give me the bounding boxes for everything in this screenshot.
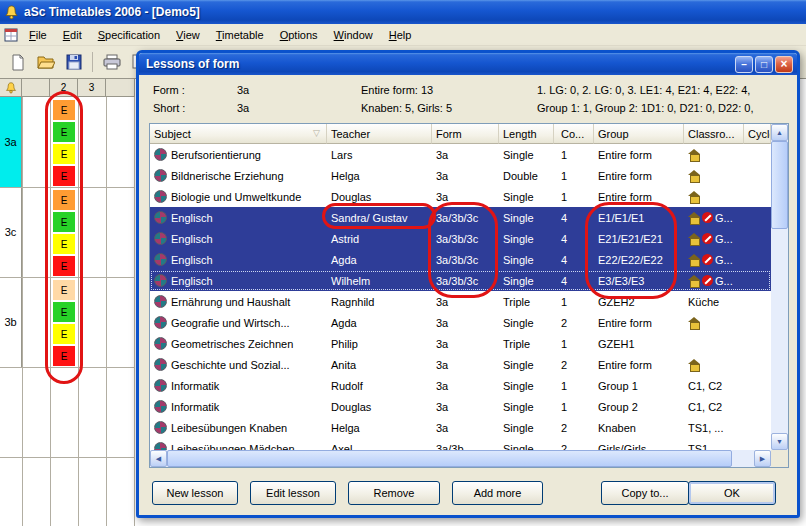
open-folder-button[interactable] xyxy=(33,50,58,75)
horizontal-scrollbar[interactable]: ◀ ▶ xyxy=(150,450,771,467)
lesson-icon xyxy=(154,253,167,266)
save-button[interactable] xyxy=(61,50,86,75)
lesson-icon xyxy=(154,274,167,287)
column-header-teacher[interactable]: Teacher xyxy=(327,124,432,144)
lesson-rows: Berufsorientierung Lars 3a Single 1 Enti… xyxy=(150,144,771,450)
table-row[interactable]: Geografie und Wirtsch... Agda 3a Single … xyxy=(150,312,771,333)
menu-help[interactable]: Help xyxy=(381,26,420,44)
close-button[interactable]: × xyxy=(775,56,793,73)
horizontal-scroll-thumb[interactable] xyxy=(167,450,732,467)
menu-edit[interactable]: Edit xyxy=(55,26,90,44)
grid-period-header-2: 2 xyxy=(50,79,78,97)
form-row-label-3c[interactable]: 3c xyxy=(0,187,22,277)
main-titlebar: aSc Timetables 2006 - [Demo5] xyxy=(0,0,806,24)
lesson-card[interactable]: E xyxy=(53,346,75,366)
new-lesson-button[interactable]: New lesson xyxy=(152,481,238,505)
lesson-icon xyxy=(154,442,167,450)
menu-file[interactable]: File xyxy=(21,26,55,44)
entire-form-count: Entire form: 13 xyxy=(361,84,433,96)
lesson-card[interactable]: E xyxy=(53,100,75,120)
menu-timetable[interactable]: Timetable xyxy=(208,26,272,44)
table-row[interactable]: Berufsorientierung Lars 3a Single 1 Enti… xyxy=(150,144,771,165)
lesson-card[interactable]: E xyxy=(53,256,75,276)
home-classroom-icon xyxy=(688,170,700,181)
mdi-child-icon[interactable] xyxy=(4,28,18,42)
edit-lesson-button[interactable]: Edit lesson xyxy=(250,481,336,505)
scroll-down-button[interactable]: ▼ xyxy=(771,433,788,450)
table-row-selected-focused[interactable]: Englisch Wilhelm 3a/3b/3c Single 4 E3/E3… xyxy=(150,270,771,291)
form-row-label-3b[interactable]: 3b xyxy=(0,277,22,367)
grid-line xyxy=(50,97,51,526)
home-classroom-icon xyxy=(688,233,700,244)
lesson-icon xyxy=(154,169,167,182)
scroll-down-icon: ▼ xyxy=(776,438,783,445)
table-row-selected[interactable]: Englisch Sandra/ Gustav 3a/3b/3c Single … xyxy=(150,207,771,228)
lesson-card[interactable]: E xyxy=(53,302,75,322)
lesson-card[interactable]: E xyxy=(53,190,75,210)
home-classroom-icon xyxy=(688,275,700,286)
table-header: Subject▽ Teacher Form Length Co... Group… xyxy=(150,124,771,144)
maximize-button[interactable]: □ xyxy=(755,56,773,73)
lesson-card[interactable]: E xyxy=(53,212,75,232)
table-row[interactable]: Biologie und Umweltkunde Douglas 3a Sing… xyxy=(150,186,771,207)
print-button[interactable] xyxy=(99,50,124,75)
lesson-card[interactable]: E xyxy=(53,234,75,254)
table-row[interactable]: Informatik Douglas 3a Single 1 Group 2 C… xyxy=(150,396,771,417)
scrollbar-corner xyxy=(771,450,788,467)
toolbar-separator xyxy=(92,52,93,72)
menu-options[interactable]: Options xyxy=(272,26,326,44)
remove-button[interactable]: Remove xyxy=(348,481,440,505)
column-header-form[interactable]: Form xyxy=(432,124,499,144)
grid-corner-cell xyxy=(0,79,22,97)
grid-line xyxy=(22,97,23,526)
scroll-up-button[interactable]: ▲ xyxy=(771,124,788,141)
groups-summary-line1: 1. LG: 0, 2. LG: 0, 3. LE1: 4, E21: 4, E… xyxy=(537,84,750,96)
grid-line xyxy=(106,97,107,526)
app-bell-icon xyxy=(4,5,19,20)
scroll-right-button[interactable]: ▶ xyxy=(754,450,771,467)
column-header-subject[interactable]: Subject▽ xyxy=(150,124,327,144)
menu-view[interactable]: View xyxy=(168,26,208,44)
scroll-left-button[interactable]: ◀ xyxy=(150,450,167,467)
ok-button[interactable]: OK xyxy=(688,481,776,505)
table-row[interactable]: Geschichte und Sozial... Anita 3a Single… xyxy=(150,354,771,375)
lesson-icon xyxy=(154,337,167,350)
lesson-card[interactable]: E xyxy=(53,122,75,142)
app-window: aSc Timetables 2006 - [Demo5] File Edit … xyxy=(0,0,806,526)
forbidden-classroom-icon xyxy=(702,275,713,286)
form-row-label-3a[interactable]: 3a xyxy=(0,97,22,187)
grid-period-header-4 xyxy=(106,79,135,97)
table-row[interactable]: Bildnerische Erziehung Helga 3a Double 1… xyxy=(150,165,771,186)
vertical-scroll-thumb[interactable] xyxy=(771,141,788,229)
lesson-card[interactable]: E xyxy=(53,280,75,300)
lesson-icon xyxy=(154,148,167,161)
menu-specification[interactable]: Specification xyxy=(90,26,168,44)
grid-period-header-3: 3 xyxy=(78,79,106,97)
new-document-button[interactable] xyxy=(5,50,30,75)
lesson-card[interactable]: E xyxy=(53,324,75,344)
lesson-card[interactable]: E xyxy=(53,144,75,164)
scroll-right-icon: ▶ xyxy=(760,455,765,463)
table-row[interactable]: Geometrisches Zeichnen Philip 3a Triple … xyxy=(150,333,771,354)
minimize-button[interactable]: – xyxy=(735,56,753,73)
lesson-card[interactable]: E xyxy=(53,166,75,186)
table-row-selected[interactable]: Englisch Astrid 3a/3b/3c Single 4 E21/E2… xyxy=(150,228,771,249)
column-header-cycle[interactable]: Cycle xyxy=(744,124,771,144)
short-value: 3a xyxy=(237,102,249,114)
column-header-count[interactable]: Co... xyxy=(554,124,594,144)
vertical-scrollbar[interactable]: ▲ ▼ xyxy=(771,124,788,450)
copy-to-button[interactable]: Copy to... xyxy=(601,481,689,505)
table-row[interactable]: Leibesübungen Knaben Helga 3a Single 2 K… xyxy=(150,417,771,438)
column-header-group[interactable]: Group xyxy=(594,124,684,144)
column-header-classroom[interactable]: Classro... xyxy=(684,124,744,144)
open-folder-icon xyxy=(37,54,55,70)
table-row[interactable]: Leibesübungen Mädchen Axel 3a/3b Single … xyxy=(150,438,771,450)
grid-line xyxy=(0,277,135,278)
table-row[interactable]: Ernährung und Haushalt Ragnhild 3a Tripl… xyxy=(150,291,771,312)
table-row[interactable]: Informatik Rudolf 3a Single 1 Group 1 C1… xyxy=(150,375,771,396)
menu-window[interactable]: Window xyxy=(326,26,381,44)
add-more-button[interactable]: Add more xyxy=(452,481,543,505)
table-row-selected[interactable]: Englisch Agda 3a/3b/3c Single 4 E22/E22/… xyxy=(150,249,771,270)
column-header-length[interactable]: Length xyxy=(499,124,554,144)
grid-line xyxy=(134,97,135,526)
